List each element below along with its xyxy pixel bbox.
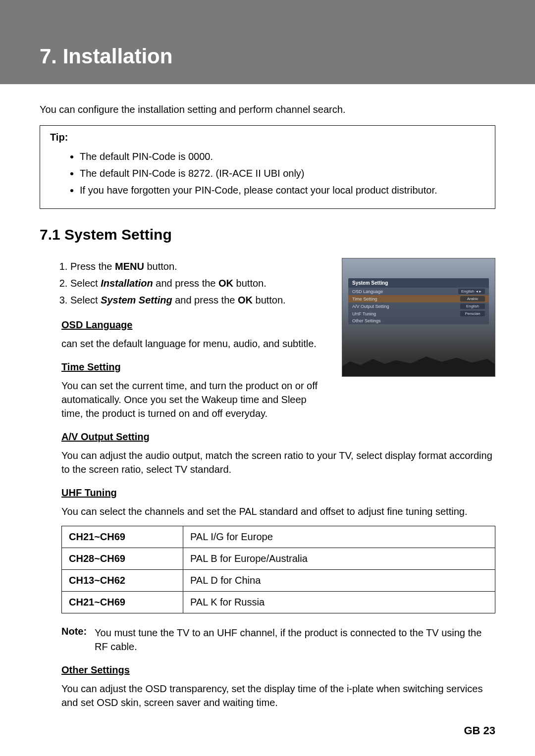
osd-language-heading: OSD Language	[40, 319, 327, 331]
table-row: CH28~CH69 PAL B for Europe/Australia	[62, 548, 495, 570]
tip-label: Tip:	[50, 132, 485, 143]
page-content: You can configure the installation setti…	[0, 84, 535, 756]
screenshot-row: UHF Tuning Perscian	[348, 310, 489, 317]
table-cell-channel: CH28~CH69	[62, 548, 183, 570]
screenshot-row: A/V Output Setting English	[348, 302, 489, 310]
screenshot-row: OSD Language English	[348, 288, 489, 295]
system-setting-screenshot: System Setting OSD Language English Time…	[342, 258, 495, 377]
step-item: Select System Setting and press the OK b…	[70, 292, 327, 308]
table-cell-channel: CH21~CH69	[62, 526, 183, 548]
steps-list: Press the MENU button. Select Installati…	[40, 258, 327, 308]
screenshot-row-label: Time Setting	[352, 297, 377, 302]
screenshot-row-label: UHF Tuning	[352, 311, 376, 316]
step-text: and press the	[153, 278, 218, 289]
tip-item: The default PIN-Code is 8272. (IR-ACE II…	[80, 165, 485, 182]
note-label: Note:	[61, 626, 87, 654]
step-text: Select	[70, 295, 101, 305]
screenshot-row-value: Arabic	[460, 296, 485, 302]
screenshot-row-label: A/V Output Setting	[352, 304, 389, 309]
screenshot-row-label: OSD Language	[352, 289, 383, 294]
table-cell-standard: PAL D for China	[183, 570, 495, 592]
note-block: Note: You must tune the TV to an UHF cha…	[40, 626, 495, 654]
step-text: button.	[144, 261, 177, 272]
time-setting-text: You can set the current time, and turn t…	[40, 379, 327, 420]
screenshot-row-label: Other Settings	[352, 318, 381, 323]
uhf-tuning-text: You can select the channels and set the …	[40, 504, 495, 518]
tip-box: Tip: The default PIN-Code is 0000. The d…	[40, 125, 495, 209]
table-cell-standard: PAL K for Russia	[183, 592, 495, 613]
screenshot-row-value: English	[458, 289, 485, 294]
step-text: Press the	[70, 261, 115, 272]
page-number: GB 23	[40, 724, 495, 737]
step-text: Select	[70, 278, 101, 289]
step-text: button.	[253, 295, 286, 305]
screenshot-row-value: English	[460, 303, 485, 309]
screenshot-silhouette	[342, 352, 495, 376]
step-item: Select Installation and press the OK but…	[70, 275, 327, 292]
table-cell-channel: CH13~CH62	[62, 570, 183, 592]
tip-item: If you have forgotten your PIN-Code, ple…	[80, 182, 485, 199]
screenshot-menu: System Setting OSD Language English Time…	[348, 278, 489, 324]
other-settings-text: You can adjust the OSD transparency, set…	[40, 682, 495, 709]
step-bolditalic: Installation	[101, 278, 153, 289]
table-row: CH21~CH69 PAL K for Russia	[62, 592, 495, 613]
step-bold: OK	[238, 295, 253, 305]
table-cell-channel: CH21~CH69	[62, 592, 183, 613]
step-text: and press the	[172, 295, 238, 305]
step-item: Press the MENU button.	[70, 258, 327, 275]
uhf-table: CH21~CH69 PAL I/G for Europe CH28~CH69 P…	[61, 526, 495, 613]
av-output-heading: A/V Output Setting	[40, 431, 495, 443]
chapter-title: 7. Installation	[40, 45, 535, 68]
osd-language-text: can set the default language for menu, a…	[40, 337, 327, 351]
tip-list: The default PIN-Code is 0000. The defaul…	[50, 148, 485, 199]
table-row: CH13~CH62 PAL D for China	[62, 570, 495, 592]
intro-paragraph: You can configure the installation setti…	[40, 104, 495, 115]
step-bolditalic: System Setting	[101, 295, 172, 305]
step-bold: MENU	[115, 261, 144, 272]
note-text: You must tune the TV to an UHF channel, …	[95, 626, 495, 654]
tip-item: The default PIN-Code is 0000.	[80, 148, 485, 165]
page-header: 7. Installation	[0, 0, 535, 84]
screenshot-row-value: Perscian	[460, 311, 485, 316]
av-output-text: You can adjust the audio output, match t…	[40, 449, 495, 476]
screenshot-row: Other Settings	[348, 317, 489, 324]
table-row: CH21~CH69 PAL I/G for Europe	[62, 526, 495, 548]
screenshot-menu-title: System Setting	[348, 278, 489, 288]
table-cell-standard: PAL I/G for Europe	[183, 526, 495, 548]
screenshot-row: Time Setting Arabic	[348, 295, 489, 302]
time-setting-heading: Time Setting	[40, 361, 327, 373]
step-text: button.	[233, 278, 267, 289]
table-cell-standard: PAL B for Europe/Australia	[183, 548, 495, 570]
other-settings-heading: Other Settings	[40, 664, 495, 676]
uhf-tuning-heading: UHF Tuning	[40, 487, 495, 499]
step-bold: OK	[218, 278, 233, 289]
section-heading: 7.1 System Setting	[40, 226, 495, 243]
